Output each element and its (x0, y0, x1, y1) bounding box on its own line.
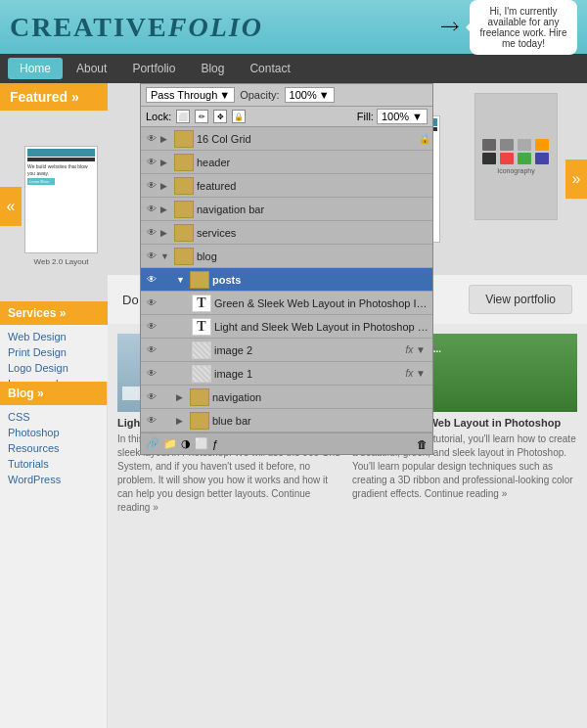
layer-thumb (190, 271, 209, 289)
blend-mode-value: Pass Through (151, 89, 217, 101)
lock-pixels-icon[interactable]: ⬜ (176, 110, 190, 123)
site-nav: Home About Portfolio Blog Contact (0, 54, 587, 83)
layer-thumb (190, 388, 209, 406)
layer-name: posts (212, 274, 430, 286)
layer-row[interactable]: 👁 ▶ header (141, 151, 432, 174)
lock-all-icon[interactable]: 🔒 (232, 110, 246, 123)
ps-bottom-group-icon[interactable]: 📁 (163, 437, 177, 450)
bottom-area: Blog » CSS Photoshop Resources Tutorials… (0, 382, 108, 728)
nav-item-blog[interactable]: Blog (189, 58, 236, 79)
blend-mode-select[interactable]: Pass Through ▼ (146, 87, 235, 103)
layer-expand-arrow[interactable]: ▶ (176, 416, 190, 426)
layer-name: image 2 (214, 344, 406, 356)
layer-row[interactable]: 👁 ▶ featured (141, 174, 432, 198)
service-logo-design[interactable]: Logo Design (8, 360, 100, 376)
layer-expand-arrow[interactable]: ▶ (160, 134, 174, 144)
carousel-next[interactable]: » (565, 159, 587, 199)
fill-input[interactable]: 100% ▼ (377, 109, 428, 124)
featured-bar[interactable]: Featured » (0, 83, 108, 111)
layer-thumb (174, 201, 194, 218)
layer-row[interactable]: 👁 image 2 fx ▼ (141, 339, 432, 362)
ps-bottom-mask-icon[interactable]: ⬜ (195, 437, 208, 450)
eye-icon[interactable]: 👁 (143, 318, 160, 336)
layer-row[interactable]: 👁 T Light and Sleek Web Layout in Photos… (141, 315, 432, 339)
blog-cat-css[interactable]: CSS (8, 409, 99, 425)
eye-icon[interactable]: 👁 (143, 341, 160, 359)
eye-icon[interactable]: 👁 (143, 388, 160, 406)
layer-expand-arrow[interactable]: ▼ (160, 251, 174, 261)
blog-bar[interactable]: Blog » (0, 382, 107, 405)
fill-arrow: ▼ (412, 111, 423, 122)
site-header: CreativeFolio 🡒 Hi, I'm currently availa… (0, 0, 587, 54)
layer-row[interactable]: 👁 T Green & Sleek Web Layout in Photosho… (141, 292, 432, 315)
view-portfolio-button[interactable]: View portfolio (469, 285, 572, 314)
fill-label: Fill: (357, 111, 374, 122)
layer-thumb: T (192, 295, 211, 312)
layer-expand-arrow[interactable]: ▼ (176, 275, 190, 285)
layer-expand-arrow[interactable]: ▶ (160, 228, 174, 238)
service-print-design[interactable]: Print Design (8, 344, 100, 360)
opacity-input[interactable]: 100% ▼ (285, 87, 335, 103)
layer-thumb (174, 224, 194, 242)
layer-row[interactable]: 👁 ▼ posts (141, 268, 432, 292)
layer-name: blue bar (212, 415, 430, 427)
eye-icon[interactable]: 👁 (143, 201, 160, 218)
eye-icon[interactable]: 👁 (143, 248, 160, 265)
right-preview-area: Iconography (474, 93, 558, 220)
carousel-prev[interactable]: « (0, 187, 22, 226)
nav-item-contact[interactable]: Contact (238, 58, 301, 79)
service-web-design[interactable]: Web Design (8, 329, 100, 344)
layer-thumb (174, 154, 194, 171)
layer-expand-arrow[interactable]: ▶ (160, 158, 174, 167)
blog-sidebar-list: CSS Photoshop Resources Tutorials WordPr… (0, 405, 107, 491)
ps-bottom-adjust-icon[interactable]: ◑ (181, 437, 191, 450)
layer-row[interactable]: 👁 ▶ navigation bar (141, 198, 432, 221)
lock-image-icon[interactable]: ✏ (195, 110, 208, 123)
blog-cat-wordpress[interactable]: WordPress (8, 472, 99, 487)
services-bar[interactable]: Services » (0, 301, 108, 325)
layer-name: services (197, 227, 430, 239)
fx-label: fx ▼ (406, 344, 426, 355)
nav-item-portfolio[interactable]: Portfolio (120, 58, 187, 79)
blog-cat-photoshop[interactable]: Photoshop (8, 425, 99, 440)
ps-bottom-trash-icon[interactable]: 🗑 (417, 438, 428, 450)
nav-item-about[interactable]: About (65, 58, 118, 79)
nav-item-home[interactable]: Home (8, 58, 63, 79)
eye-icon[interactable]: 👁 (143, 365, 160, 383)
lock-label: Lock: (146, 111, 171, 122)
hire-bubble[interactable]: Hi, I'm currently available for any free… (470, 0, 577, 55)
layer-expand-arrow[interactable]: ▶ (176, 392, 190, 402)
blog-sidebar: Blog » CSS Photoshop Resources Tutorials… (0, 382, 108, 728)
layer-row[interactable]: 👁 ▶ 16 Col Grid 🔒 (141, 127, 432, 151)
eye-icon[interactable]: 👁 (143, 224, 160, 242)
eye-icon[interactable]: 👁 (143, 130, 160, 148)
eye-icon[interactable]: 👁 (143, 154, 160, 171)
layer-expand-arrow[interactable]: ▶ (160, 205, 174, 214)
layer-row[interactable]: 👁 ▶ navigation (141, 386, 432, 409)
eye-icon[interactable]: 👁 (143, 295, 160, 312)
plane-icon: 🡒 (440, 16, 460, 38)
layer-thumb (174, 248, 194, 265)
layer-thumb: T (192, 318, 211, 336)
blog-cat-tutorials[interactable]: Tutorials (8, 456, 99, 472)
opacity-arrow: ▼ (319, 89, 330, 101)
layer-expand-arrow[interactable]: ▶ (160, 181, 174, 191)
ps-bottom-link-icon[interactable]: 🔗 (146, 437, 159, 450)
eye-icon[interactable]: 👁 (143, 412, 160, 430)
layer-row[interactable]: 👁 image 1 fx ▼ (141, 362, 432, 386)
eye-icon[interactable]: 👁 (143, 271, 160, 289)
layer-name: Light and Sleek Web Layout in Photoshop … (214, 321, 430, 333)
layers-list: 👁 ▶ 16 Col Grid 🔒 👁 ▶ header 👁 ▶ feature… (141, 127, 432, 432)
ps-toolbar: Pass Through ▼ Opacity: 100% ▼ (141, 84, 432, 107)
lock-position-icon[interactable]: ✥ (213, 110, 227, 123)
ps-bottom-style-icon[interactable]: ƒ (212, 438, 218, 450)
eye-icon[interactable]: 👁 (143, 177, 160, 195)
layer-row[interactable]: 👁 ▶ services (141, 221, 432, 245)
blog-cat-resources[interactable]: Resources (8, 440, 99, 456)
layer-row[interactable]: 👁 ▶ blue bar (141, 409, 432, 432)
featured-label: Featured » (10, 89, 79, 105)
layer-row[interactable]: 👁 ▼ blog (141, 245, 432, 268)
layer-name: featured (197, 180, 430, 192)
layer-thumb (192, 365, 211, 383)
opacity-value: 100% (290, 89, 317, 101)
